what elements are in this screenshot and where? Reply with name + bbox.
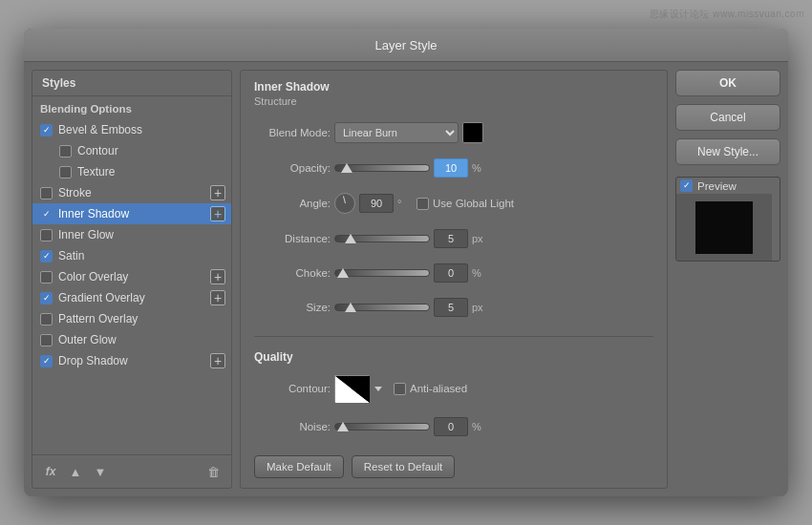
- pattern-overlay-item[interactable]: Pattern Overlay: [32, 308, 231, 329]
- drop-shadow-plus-btn[interactable]: +: [210, 353, 225, 368]
- inner-glow-checkbox[interactable]: [40, 229, 53, 242]
- outer-glow-item[interactable]: Outer Glow: [32, 329, 231, 350]
- distance-row: Distance: px: [254, 229, 653, 248]
- angle-unit: °: [397, 198, 413, 209]
- satin-checkbox[interactable]: [40, 250, 53, 262]
- size-input[interactable]: [434, 298, 468, 317]
- outer-glow-checkbox[interactable]: [40, 334, 53, 346]
- distance-label: Distance:: [254, 233, 331, 244]
- preview-label: Preview: [697, 180, 737, 192]
- noise-input[interactable]: [434, 417, 468, 436]
- contour-row: Contour: Anti-aliased: [254, 375, 653, 402]
- right-panel: OK Cancel New Style... Preview: [675, 70, 780, 489]
- noise-row: Noise: %: [254, 417, 653, 436]
- texture-checkbox[interactable]: [59, 166, 72, 178]
- satin-label: Satin: [58, 249, 84, 262]
- size-unit: px: [472, 302, 487, 313]
- blend-mode-row: Blend Mode: Linear Burn: [254, 122, 653, 143]
- anti-aliased-label[interactable]: Anti-aliased: [394, 383, 467, 395]
- ok-button[interactable]: OK: [675, 70, 780, 96]
- drop-shadow-label: Drop Shadow: [58, 354, 128, 368]
- divider: [254, 336, 653, 337]
- size-label: Size:: [254, 302, 331, 313]
- contour-checkbox[interactable]: [59, 145, 72, 158]
- choke-input[interactable]: [434, 263, 468, 283]
- gradient-overlay-plus-btn[interactable]: +: [210, 290, 225, 305]
- inner-shadow-plus-btn[interactable]: +: [210, 206, 225, 221]
- choke-unit: %: [472, 267, 487, 279]
- left-panel-items: Blending Options Bevel & Emboss Contour: [32, 96, 231, 454]
- stroke-plus-btn[interactable]: +: [210, 185, 225, 200]
- up-arrow-icon[interactable]: ▲: [65, 461, 86, 482]
- dialog-titlebar: Layer Style: [24, 29, 788, 62]
- angle-input[interactable]: [359, 194, 394, 213]
- drop-shadow-checkbox[interactable]: [40, 355, 53, 368]
- down-arrow-icon[interactable]: ▼: [90, 461, 111, 482]
- texture-label: Texture: [77, 165, 115, 178]
- opacity-input[interactable]: [434, 158, 468, 178]
- contour-item[interactable]: Contour: [32, 140, 231, 161]
- stroke-checkbox[interactable]: [40, 187, 53, 200]
- color-overlay-item[interactable]: Color Overlay +: [32, 266, 231, 287]
- make-default-button[interactable]: Make Default: [254, 455, 344, 478]
- gradient-overlay-item[interactable]: Gradient Overlay +: [32, 287, 231, 308]
- preview-box: Preview: [675, 177, 780, 262]
- angle-row: Angle: ° Use Global Light: [254, 193, 653, 214]
- outer-glow-label: Outer Glow: [58, 333, 117, 346]
- contour-label: Contour: [77, 144, 118, 158]
- color-overlay-checkbox[interactable]: [40, 271, 53, 284]
- new-style-button[interactable]: New Style...: [675, 138, 780, 165]
- blending-options-label: Blending Options: [40, 103, 132, 115]
- opacity-label: Opacity:: [254, 162, 331, 174]
- distance-unit: px: [472, 233, 487, 244]
- color-overlay-plus-btn[interactable]: +: [210, 269, 225, 284]
- watermark: 思缘设计论坛 www.missvuan.com: [650, 8, 804, 21]
- pattern-overlay-checkbox[interactable]: [40, 313, 53, 326]
- left-panel-footer: fx ▲ ▼ 🗑: [32, 454, 231, 488]
- distance-input[interactable]: [434, 229, 468, 248]
- blend-mode-label: Blend Mode:: [254, 127, 331, 138]
- quality-title: Quality: [254, 350, 653, 364]
- blend-mode-select[interactable]: Linear Burn: [334, 122, 459, 143]
- choke-slider-track[interactable]: [334, 269, 430, 277]
- preview-checkbox-row[interactable]: Preview: [676, 178, 780, 194]
- drop-shadow-item[interactable]: Drop Shadow +: [32, 350, 231, 371]
- reset-default-button[interactable]: Reset to Default: [352, 455, 455, 478]
- fx-icon[interactable]: fx: [40, 461, 61, 482]
- contour-label: Contour:: [254, 383, 331, 394]
- use-global-light-label[interactable]: Use Global Light: [417, 198, 514, 210]
- texture-item[interactable]: Texture: [32, 161, 231, 182]
- gradient-overlay-checkbox[interactable]: [40, 292, 53, 304]
- inner-shadow-item[interactable]: Inner Shadow +: [32, 203, 231, 224]
- use-global-light-checkbox[interactable]: [417, 198, 429, 210]
- opacity-slider-track[interactable]: [334, 164, 430, 172]
- angle-label: Angle:: [254, 198, 331, 209]
- contour-dropdown[interactable]: [374, 387, 382, 391]
- blending-options-item[interactable]: Blending Options: [32, 98, 231, 119]
- bevel-emboss-item[interactable]: Bevel & Emboss: [32, 119, 231, 140]
- contour-preview[interactable]: [334, 375, 369, 402]
- preview-checkbox[interactable]: [680, 179, 693, 192]
- bevel-emboss-checkbox[interactable]: [40, 124, 53, 136]
- color-overlay-label: Color Overlay: [58, 270, 128, 284]
- noise-label: Noise:: [254, 421, 331, 432]
- noise-slider-track[interactable]: [334, 423, 430, 430]
- gradient-overlay-label: Gradient Overlay: [58, 291, 145, 304]
- inner-glow-item[interactable]: Inner Glow: [32, 224, 231, 245]
- preview-canvas: [676, 194, 772, 261]
- satin-item[interactable]: Satin: [32, 245, 231, 266]
- blend-mode-color-swatch[interactable]: [462, 122, 483, 143]
- buttons-row: Make Default Reset to Default: [254, 455, 653, 478]
- section-title: Inner Shadow Structure: [254, 80, 653, 113]
- noise-unit: %: [472, 421, 487, 432]
- stroke-item[interactable]: Stroke +: [32, 182, 231, 203]
- size-slider-track[interactable]: [334, 304, 430, 311]
- trash-icon[interactable]: 🗑: [203, 461, 224, 482]
- opacity-row: Opacity: %: [254, 158, 653, 178]
- anti-aliased-checkbox[interactable]: [394, 383, 406, 395]
- preview-square: [695, 201, 753, 254]
- cancel-button[interactable]: Cancel: [675, 104, 780, 131]
- inner-shadow-checkbox[interactable]: [40, 208, 53, 220]
- distance-slider-track[interactable]: [334, 235, 430, 242]
- angle-dial[interactable]: [334, 193, 355, 214]
